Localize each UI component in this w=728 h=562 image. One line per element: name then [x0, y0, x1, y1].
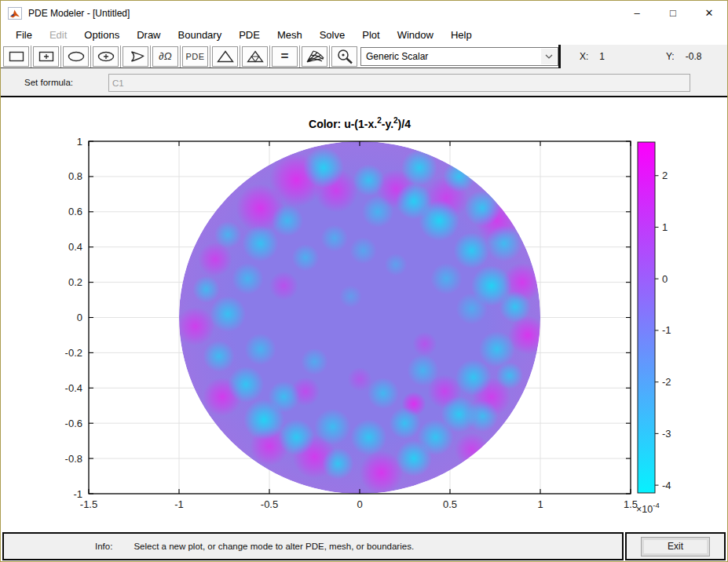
exit-button[interactable]: Exit: [641, 537, 710, 557]
svg-text:0.4: 0.4: [68, 241, 82, 253]
draw-polygon-button[interactable]: [123, 46, 148, 67]
draw-ellipse-button[interactable]: [63, 46, 89, 67]
boundary-omega-icon: ∂Ω: [159, 50, 171, 62]
svg-text:0.5: 0.5: [443, 498, 457, 510]
set-formula-input[interactable]: [108, 74, 690, 92]
svg-text:-1.5: -1.5: [80, 498, 97, 510]
menu-window[interactable]: Window: [389, 27, 442, 43]
menu-file[interactable]: File: [7, 27, 41, 43]
svg-text:0: 0: [662, 273, 668, 285]
toolbar-separator: [150, 46, 151, 68]
draw-rectangle-button[interactable]: [3, 46, 29, 67]
chevron-down-icon[interactable]: [541, 49, 557, 64]
svg-text:-0.5: -0.5: [261, 498, 278, 510]
initialize-mesh-button[interactable]: [212, 46, 238, 67]
svg-text:-4: -4: [662, 480, 671, 491]
toolbar-separator: [210, 46, 210, 68]
set-formula-label: Set formula:: [24, 78, 73, 87]
window-title: PDE Modeler - [Untitled]: [28, 8, 130, 19]
exit-panel: Exit: [625, 532, 726, 560]
close-button[interactable]: ✕: [691, 1, 727, 25]
menu-pde[interactable]: PDE: [230, 27, 269, 43]
svg-text:-0.8: -0.8: [65, 453, 82, 465]
zoom-button[interactable]: [331, 46, 357, 67]
boundary-mode-button[interactable]: ∂Ω: [152, 46, 178, 67]
toolbar-separator: [269, 46, 270, 68]
draw-rectangle-centered-button[interactable]: [33, 46, 59, 67]
toolbar-separator: [120, 46, 121, 68]
equals-icon: =: [281, 49, 289, 64]
toolbar-separator: [240, 46, 240, 68]
plot-type-value: Generic Scalar: [366, 51, 428, 62]
rectangle-icon: [5, 48, 28, 65]
menubar: FileEditOptionsDrawBoundaryPDEMeshSolveP…: [1, 25, 727, 45]
svg-text:-1: -1: [73, 488, 82, 500]
svg-text:-1: -1: [174, 498, 184, 510]
menu-mesh[interactable]: Mesh: [269, 27, 311, 43]
minimize-button[interactable]: –: [619, 1, 655, 25]
statusbar: Info: Select a new plot, or change mode …: [1, 531, 727, 561]
svg-text:1: 1: [662, 221, 668, 233]
cursor-position-panel: X: 1 Y: -0.8: [558, 45, 727, 68]
svg-text:-1: -1: [662, 324, 671, 336]
y-coordinate-value: -0.8: [686, 51, 702, 62]
ellipse-center-icon: [94, 48, 118, 65]
mesh-surface-icon: [303, 48, 327, 65]
plot-type-dropdown[interactable]: Generic Scalar: [360, 47, 558, 66]
svg-text:-0.6: -0.6: [65, 418, 82, 429]
menu-help[interactable]: Help: [442, 27, 481, 43]
colorbar: 210-1-2-3-4×10-4: [636, 142, 671, 515]
draw-ellipse-centered-button[interactable]: [93, 46, 119, 67]
matlab-icon: [8, 7, 22, 20]
menu-boundary[interactable]: Boundary: [170, 27, 231, 43]
info-label: Info:: [95, 542, 112, 551]
x-coordinate-value: 1: [599, 51, 605, 62]
solution-surface: [176, 141, 547, 494]
solution-plot: -1.5-1-0.500.511.510.80.60.40.20-0.2-0.4…: [1, 97, 727, 531]
plot-3d-button[interactable]: [302, 46, 327, 67]
solve-pde-button[interactable]: =: [272, 46, 298, 67]
svg-text:-3: -3: [662, 428, 671, 440]
pde-label-icon: PDE: [185, 52, 204, 61]
svg-text:0.6: 0.6: [68, 206, 82, 217]
set-formula-bar: Set formula:: [1, 68, 727, 97]
menu-options[interactable]: Options: [75, 27, 128, 43]
ellipse-icon: [64, 48, 88, 65]
rectangle-center-icon: [35, 48, 58, 65]
svg-text:-0.2: -0.2: [65, 347, 82, 359]
polygon-icon: [124, 48, 148, 65]
x-coordinate-label: X:: [580, 51, 588, 62]
toolbar: ∂Ω PDE = Generic Scalar: [1, 45, 727, 68]
pde-modeler-window: PDE Modeler - [Untitled] – □ ✕ FileEditO…: [0, 0, 728, 562]
toolbar-separator: [90, 46, 91, 68]
info-message: Select a new plot, or change mode to alt…: [134, 542, 414, 551]
y-coordinate-label: Y:: [666, 51, 675, 62]
svg-text:2: 2: [662, 170, 668, 181]
svg-text:-2: -2: [662, 376, 671, 388]
svg-text:0: 0: [77, 312, 82, 323]
maximize-button[interactable]: □: [655, 1, 691, 25]
svg-text:0.8: 0.8: [68, 170, 82, 182]
titlebar: PDE Modeler - [Untitled] – □ ✕: [1, 1, 727, 25]
pde-mode-button[interactable]: PDE: [182, 46, 208, 67]
menu-solve[interactable]: Solve: [311, 27, 354, 43]
window-controls: – □ ✕: [619, 1, 727, 25]
toolbar-separator: [60, 46, 61, 68]
svg-text:-0.4: -0.4: [65, 382, 82, 394]
menu-plot[interactable]: Plot: [353, 27, 388, 43]
svg-text:0.2: 0.2: [68, 276, 82, 288]
svg-text:0: 0: [357, 498, 362, 510]
plot-canvas: Color: u-(1-x.2-y.2)/4 -1.5-1-0.500.511.…: [1, 97, 727, 531]
toolbar-separator: [31, 46, 31, 68]
info-panel: Info: Select a new plot, or change mode …: [2, 532, 624, 560]
colorbar-exponent: ×10-4: [636, 501, 660, 515]
plot-title: Color: u-(1-x.2-y.2)/4: [89, 116, 631, 130]
toolbar-separator: [329, 46, 330, 68]
toolbar-separator: [299, 46, 300, 68]
magnifier-icon: [333, 48, 357, 65]
svg-text:1: 1: [537, 498, 543, 510]
svg-text:1: 1: [77, 136, 82, 148]
menu-draw[interactable]: Draw: [128, 27, 169, 43]
refine-mesh-button[interactable]: [242, 46, 268, 67]
triangle-icon: [214, 48, 237, 65]
